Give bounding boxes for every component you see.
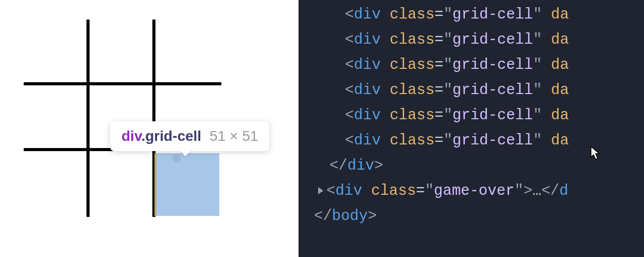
devtools-elements-panel[interactable]: <div class="grid-cell" da <div class="gr… <box>299 0 644 257</box>
grid-cell[interactable] <box>24 85 90 151</box>
grid-cell[interactable] <box>90 151 155 217</box>
tooltip-classname: .grid-cell <box>141 128 201 144</box>
preview-pane: div.grid-cell51 × 51 <box>0 0 299 257</box>
grid-cell[interactable] <box>24 20 90 85</box>
code-line[interactable]: </body> <box>299 204 644 229</box>
grid-cell[interactable] <box>90 20 155 85</box>
grid-cell[interactable] <box>155 20 221 85</box>
grid-cell[interactable] <box>24 151 90 217</box>
code-line[interactable]: <div class="grid-cell" da <box>299 52 644 78</box>
tooltip-dimensions: 51 × 51 <box>210 128 258 144</box>
code-line[interactable]: <div class="grid-cell" da <box>299 128 644 153</box>
tooltip-arrow-icon <box>179 150 192 156</box>
grid-cell[interactable] <box>155 151 221 217</box>
tooltip-tagname: div <box>121 128 141 144</box>
code-line[interactable]: <div class="grid-cell" da <box>299 27 644 52</box>
inspector-tooltip: div.grid-cell51 × 51 <box>110 121 269 151</box>
element-highlight-margin <box>154 153 156 216</box>
expand-toggle-icon[interactable] <box>318 187 323 194</box>
code-line[interactable]: <div class="grid-cell" da <box>299 103 644 128</box>
code-line[interactable]: <div class="game-over">…</d <box>299 178 644 204</box>
code-line[interactable]: <div class="grid-cell" da <box>299 78 644 103</box>
game-board <box>24 20 221 217</box>
code-line[interactable]: </div> <box>299 153 644 178</box>
code-line[interactable]: <div class="grid-cell" da <box>299 2 644 27</box>
